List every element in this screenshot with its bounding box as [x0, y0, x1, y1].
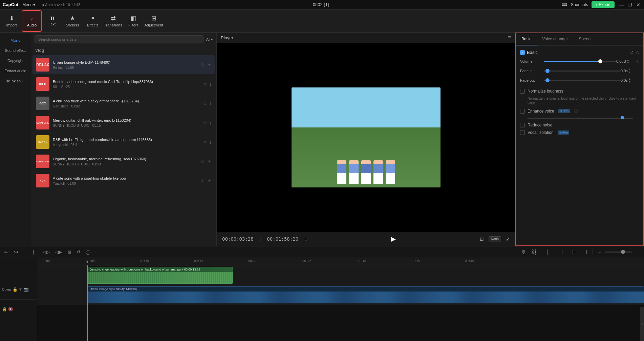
zoom-slider[interactable]: [605, 252, 632, 253]
split2-icon[interactable]: ⎹⎸: [541, 248, 553, 256]
zoom-in-icon[interactable]: ＋: [635, 249, 641, 255]
zoom-thumb[interactable]: [621, 250, 625, 254]
search-input[interactable]: [35, 35, 203, 43]
tab-speed[interactable]: Speed: [573, 33, 596, 45]
enhance-slider-thumb[interactable]: [621, 116, 624, 119]
tab-voice-changer[interactable]: Voice changer: [537, 33, 573, 45]
mirror-button[interactable]: ◯: [84, 249, 92, 255]
zoom-out-icon[interactable]: −: [597, 250, 602, 255]
volume-diamond[interactable]: ◇: [636, 59, 639, 64]
volume-slider-thumb[interactable]: [598, 59, 602, 63]
ratio-button[interactable]: Ratio: [489, 236, 501, 242]
volume-stepper[interactable]: ▲▼: [627, 58, 629, 64]
fade-in-stepper[interactable]: ▲▼: [628, 68, 631, 74]
export-button[interactable]: ↑ Export: [592, 1, 615, 8]
speed-button[interactable]: ◁▶: [54, 249, 63, 255]
fade-in-slider[interactable]: [544, 71, 621, 72]
volume-label: Volume: [520, 59, 544, 63]
toolbar-audio[interactable]: ♪ Audio: [22, 10, 42, 32]
camera-icon[interactable]: 📷: [24, 287, 29, 292]
media-item[interactable]: KILH Best for video background music Chi…: [33, 75, 215, 94]
media-thumb: KILH: [36, 77, 49, 91]
fade-out-thumb[interactable]: [545, 78, 550, 82]
enhance-checkbox[interactable]: [520, 109, 525, 114]
diamond-icon[interactable]: ◇: [636, 50, 639, 55]
fade-out-stepper[interactable]: ▲▼: [628, 77, 631, 83]
add-icon[interactable]: ＋: [207, 178, 212, 184]
cover-label[interactable]: Cover: [2, 288, 11, 292]
download-icon[interactable]: ↓: [209, 120, 212, 125]
fullscreen-icon[interactable]: ⤢: [505, 236, 511, 242]
media-item[interactable]: GER A chill pop truck with a sexy atmosp…: [33, 94, 215, 113]
basic-checkbox[interactable]: ✓: [520, 50, 525, 55]
enhance-info-icon[interactable]: ⓘ: [574, 108, 578, 114]
media-item[interactable]: RE-LAX Urban lounge style BGM(1148490) R…: [33, 55, 215, 74]
toolbar-import[interactable]: ⬇ Import: [1, 10, 22, 32]
trim-button[interactable]: ◁▷: [42, 249, 51, 255]
main-toolbar: ⬇ Import ♪ Audio TI Text ★ Stickers ✦ Ef…: [0, 9, 644, 33]
menu-button[interactable]: Menu ▾: [22, 2, 35, 7]
minimize-button[interactable]: —: [618, 2, 625, 7]
player-menu-button[interactable]: ☰: [508, 36, 511, 40]
media-item[interactable]: CAPTUNE Merrow guitar, chill out, winter…: [33, 113, 215, 132]
favorite-icon[interactable]: ☆: [200, 62, 205, 67]
toolbar-stickers[interactable]: ★ Stickers: [62, 10, 83, 32]
sidebar-item-copyright[interactable]: Copyright: [1, 56, 29, 65]
toolbar-adjustment[interactable]: ⊞ Adjustment: [144, 10, 164, 32]
normalize-checkbox[interactable]: [520, 89, 525, 94]
magnet-icon[interactable]: ⊣: [581, 248, 588, 256]
add-icon[interactable]: ＋: [207, 62, 212, 68]
undo-button[interactable]: ↩: [3, 248, 10, 256]
vocal-isolation-checkbox[interactable]: [520, 130, 525, 135]
delete-button[interactable]: ⊠: [66, 249, 72, 255]
lock-icon[interactable]: 🔒: [13, 287, 18, 292]
favorite-icon[interactable]: ☆: [203, 101, 207, 106]
eye-icon[interactable]: 👁: [19, 287, 23, 292]
sidebar-item-sound-effects[interactable]: Sound effe...: [1, 46, 29, 55]
shortcuts-button[interactable]: ⌨ Shortcuts: [562, 2, 588, 7]
download-icon[interactable]: ↓: [209, 139, 212, 145]
tab-basic[interactable]: Basic: [516, 33, 537, 45]
favorite-icon[interactable]: ☆: [200, 178, 205, 183]
mic-icon[interactable]: 🎙: [520, 248, 528, 256]
favorite-icon[interactable]: ☆: [203, 120, 207, 125]
media-item[interactable]: HARRY R&B with Lo-Fi, light and comforta…: [33, 133, 215, 152]
media-item[interactable]: CAPTUNE Organic, fashionable, morning, r…: [33, 152, 215, 171]
restore-button[interactable]: ❐: [627, 2, 633, 7]
rotate-button[interactable]: ↺: [75, 249, 82, 255]
reduce-noise-checkbox[interactable]: [520, 123, 525, 127]
link-icon[interactable]: ⛓: [530, 248, 538, 256]
reset-icon[interactable]: ↺: [630, 50, 634, 55]
split-button[interactable]: ⎹⎸: [28, 249, 39, 256]
sidebar-item-music[interactable]: Music: [1, 36, 29, 45]
screenshot-icon[interactable]: ⊡: [478, 236, 485, 242]
sidebar-item-extract-audio[interactable]: Extract audio: [1, 66, 29, 76]
audio-lock-icon[interactable]: 🔒: [2, 307, 7, 312]
toolbar-filters[interactable]: ◧ Filters: [123, 10, 144, 32]
sidebar-item-tiktok[interactable]: TikTok sou...: [1, 76, 29, 86]
playhead[interactable]: [87, 265, 88, 341]
snap-icon[interactable]: ⊢: [571, 248, 578, 256]
fade-in-thumb[interactable]: [545, 69, 550, 73]
filter-button[interactable]: All ▾: [206, 37, 213, 42]
download-icon[interactable]: ↓: [209, 101, 212, 106]
close-button[interactable]: ✕: [635, 2, 641, 7]
favorite-icon[interactable]: ☆: [203, 81, 207, 87]
align-icon[interactable]: ⎹⎸: [556, 248, 568, 256]
toolbar-text[interactable]: TI Text: [42, 10, 62, 32]
audio-mute-icon[interactable]: 🔇: [8, 307, 13, 312]
audio-clip[interactable]: Urban lounge style BGM(1148490): [87, 286, 644, 303]
play-button[interactable]: ▶: [390, 235, 397, 243]
video-clip[interactable]: Jumping cheerleaders with pompoms on bac…: [87, 267, 233, 284]
redo-button[interactable]: ↪: [13, 248, 20, 256]
toolbar-effects[interactable]: ✦ Effects: [83, 10, 103, 32]
timeline-resize-handle[interactable]: ⠿: [640, 307, 644, 341]
fade-out-slider[interactable]: [544, 80, 621, 81]
grid-icon[interactable]: ⊞: [303, 236, 309, 242]
favorite-icon[interactable]: ☆: [203, 139, 207, 145]
favorite-icon[interactable]: ☆: [200, 159, 205, 164]
download-icon[interactable]: ↓: [209, 81, 212, 87]
toolbar-transitions[interactable]: ⇄ Transitions: [103, 10, 123, 32]
add-icon[interactable]: ＋: [207, 158, 212, 164]
media-item[interactable]: YUA A cute song with a sparkling ukulele…: [33, 171, 215, 190]
